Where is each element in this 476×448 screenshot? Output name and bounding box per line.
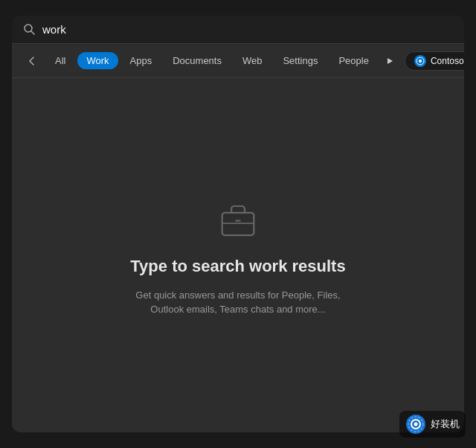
search-bar	[12, 16, 464, 44]
search-input[interactable]	[42, 23, 452, 36]
tab-documents[interactable]: Documents	[164, 52, 231, 69]
subtitle-text: Get quick answers and results for People…	[134, 288, 342, 317]
tab-all[interactable]: All	[46, 52, 74, 69]
briefcase-icon	[214, 194, 262, 245]
tab-apps[interactable]: Apps	[121, 52, 161, 69]
watermark: 好装机	[399, 411, 466, 438]
svg-line-1	[31, 31, 34, 34]
back-button[interactable]	[21, 53, 43, 69]
tab-bar: All Work Apps Documents Web Settings Peo…	[12, 44, 464, 78]
search-icon	[24, 24, 35, 35]
svg-marker-2	[387, 58, 393, 64]
tab-work[interactable]: Work	[77, 52, 118, 69]
contoso-button[interactable]: Contoso	[405, 51, 464, 71]
svg-point-4	[419, 60, 422, 63]
contoso-label: Contoso	[431, 56, 464, 66]
tab-people[interactable]: People	[329, 52, 377, 69]
contoso-icon	[414, 55, 426, 67]
watermark-icon	[405, 414, 426, 435]
main-title: Type to search work results	[130, 257, 345, 276]
tab-settings[interactable]: Settings	[274, 52, 327, 69]
search-window: All Work Apps Documents Web Settings Peo…	[12, 16, 464, 432]
watermark-label: 好装机	[431, 417, 460, 431]
more-tabs-button[interactable]	[381, 54, 399, 68]
svg-point-11	[414, 423, 418, 426]
tab-web[interactable]: Web	[234, 52, 271, 69]
content-area: Type to search work results Get quick an…	[12, 78, 464, 432]
